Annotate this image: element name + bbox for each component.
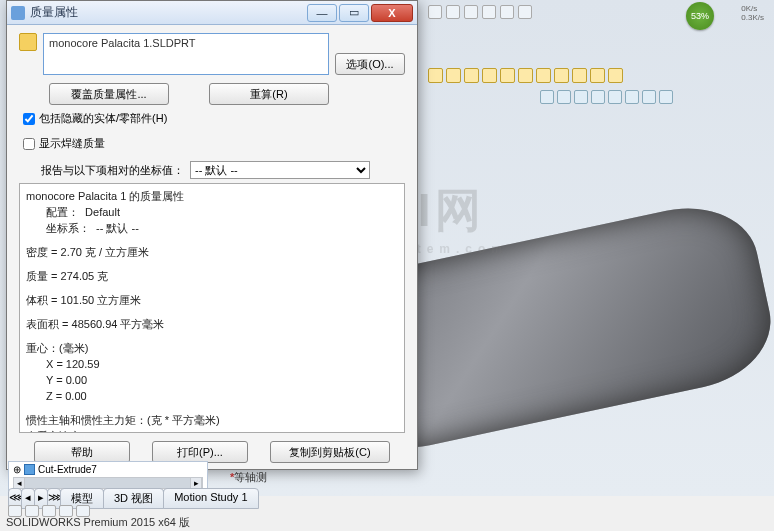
view-icon[interactable] bbox=[591, 90, 605, 104]
tool-icon[interactable] bbox=[482, 5, 496, 19]
include-hidden-checkbox[interactable]: 包括隐藏的实体/零部件(H) bbox=[23, 111, 405, 126]
result-cog-z: Z = 0.00 bbox=[26, 388, 398, 404]
override-button[interactable]: 覆盖质量属性... bbox=[49, 83, 169, 105]
cmd-icon[interactable] bbox=[590, 68, 605, 83]
result-area: 表面积 = 48560.94 平方毫米 bbox=[26, 316, 398, 332]
feature-label: Cut-Extrude7 bbox=[38, 464, 97, 475]
view-icon[interactable] bbox=[557, 90, 571, 104]
cmd-icon[interactable] bbox=[482, 68, 497, 83]
include-hidden-label: 包括隐藏的实体/零部件(H) bbox=[39, 111, 167, 126]
result-cog-x: X = 120.59 bbox=[26, 356, 398, 372]
dialog-titlebar[interactable]: 质量属性 — ▭ X bbox=[7, 1, 417, 25]
feature-icon bbox=[24, 464, 35, 475]
cmd-icon[interactable] bbox=[572, 68, 587, 83]
close-button[interactable]: X bbox=[371, 4, 413, 22]
cmd-icon[interactable] bbox=[536, 68, 551, 83]
mass-properties-dialog: 质量属性 — ▭ X monocore Palacita 1.SLDPRT 选项… bbox=[6, 0, 418, 470]
filename-field[interactable]: monocore Palacita 1.SLDPRT bbox=[43, 33, 329, 75]
cmd-icon[interactable] bbox=[464, 68, 479, 83]
result-cog-y: Y = 0.00 bbox=[26, 372, 398, 388]
status-icon[interactable] bbox=[8, 505, 22, 517]
top-toolbar bbox=[420, 2, 774, 22]
view-icon[interactable] bbox=[574, 90, 588, 104]
results-box[interactable]: monocore Palacita 1 的质量属性 配置： Default 坐标… bbox=[19, 183, 405, 433]
status-bar-text: SOLIDWORKS Premium 2015 x64 版 bbox=[6, 515, 190, 530]
options-button[interactable]: 选项(O)... bbox=[335, 53, 405, 75]
recalculate-button[interactable]: 重算(R) bbox=[209, 83, 329, 105]
result-line: 配置： Default bbox=[26, 204, 398, 220]
status-icon[interactable] bbox=[59, 505, 73, 517]
status-icon[interactable] bbox=[42, 505, 56, 517]
view-icon[interactable] bbox=[625, 90, 639, 104]
result-line: 坐标系： -- 默认 -- bbox=[26, 220, 398, 236]
command-toolbar bbox=[420, 68, 774, 88]
dialog-body: monocore Palacita 1.SLDPRT 选项(O)... 覆盖质量… bbox=[7, 25, 417, 441]
maximize-button[interactable]: ▭ bbox=[339, 4, 369, 22]
view-toolbar bbox=[540, 90, 673, 108]
show-weld-input[interactable] bbox=[23, 138, 35, 150]
minimize-button[interactable]: — bbox=[307, 4, 337, 22]
cmd-icon[interactable] bbox=[428, 68, 443, 83]
cmd-icon[interactable] bbox=[500, 68, 515, 83]
tree-item[interactable]: ⊕ Cut-Extrude7 bbox=[13, 464, 203, 475]
tool-icon[interactable] bbox=[428, 5, 442, 19]
result-mass: 质量 = 274.05 克 bbox=[26, 268, 398, 284]
cmd-icon[interactable] bbox=[446, 68, 461, 83]
result-volume: 体积 = 101.50 立方厘米 bbox=[26, 292, 398, 308]
dialog-icon bbox=[11, 6, 25, 20]
include-hidden-input[interactable] bbox=[23, 113, 35, 125]
result-line: monocore Palacita 1 的质量属性 bbox=[26, 188, 398, 204]
coord-system-select[interactable]: -- 默认 -- bbox=[190, 161, 370, 179]
show-weld-label: 显示焊缝质量 bbox=[39, 136, 105, 151]
speed-badge: 53% bbox=[686, 2, 714, 30]
cmd-icon[interactable] bbox=[518, 68, 533, 83]
status-icon[interactable] bbox=[25, 505, 39, 517]
status-toolbar bbox=[8, 505, 90, 517]
print-button[interactable]: 打印(P)... bbox=[152, 441, 248, 463]
result-inertia-sub: 由重心决定。 bbox=[26, 428, 398, 433]
tool-icon[interactable] bbox=[446, 5, 460, 19]
speed-text: 0K/s0.3K/s bbox=[741, 4, 764, 22]
coord-label: 报告与以下项相对的坐标值： bbox=[41, 163, 184, 178]
view-icon[interactable] bbox=[642, 90, 656, 104]
feature-tree[interactable]: ⊕ Cut-Extrude7 ◂▸ bbox=[8, 461, 208, 491]
tab-motion-study[interactable]: Motion Study 1 bbox=[163, 488, 258, 509]
part-icon bbox=[19, 33, 37, 51]
tool-icon[interactable] bbox=[518, 5, 532, 19]
view-orientation-label: *等轴测 bbox=[230, 470, 267, 485]
tool-icon[interactable] bbox=[464, 5, 478, 19]
dialog-title: 质量属性 bbox=[30, 4, 305, 21]
view-icon[interactable] bbox=[659, 90, 673, 104]
copy-clipboard-button[interactable]: 复制到剪贴板(C) bbox=[270, 441, 390, 463]
tool-icon[interactable] bbox=[500, 5, 514, 19]
show-weld-checkbox[interactable]: 显示焊缝质量 bbox=[23, 136, 405, 151]
view-icon[interactable] bbox=[540, 90, 554, 104]
help-button[interactable]: 帮助 bbox=[34, 441, 130, 463]
cmd-icon[interactable] bbox=[554, 68, 569, 83]
cmd-icon[interactable] bbox=[608, 68, 623, 83]
status-icon[interactable] bbox=[76, 505, 90, 517]
result-cog-head: 重心：(毫米) bbox=[26, 340, 398, 356]
tab-3dview[interactable]: 3D 视图 bbox=[103, 488, 164, 509]
result-inertia-head: 惯性主轴和惯性主力矩：(克 * 平方毫米) bbox=[26, 412, 398, 428]
result-density: 密度 = 2.70 克 / 立方厘米 bbox=[26, 244, 398, 260]
view-icon[interactable] bbox=[608, 90, 622, 104]
